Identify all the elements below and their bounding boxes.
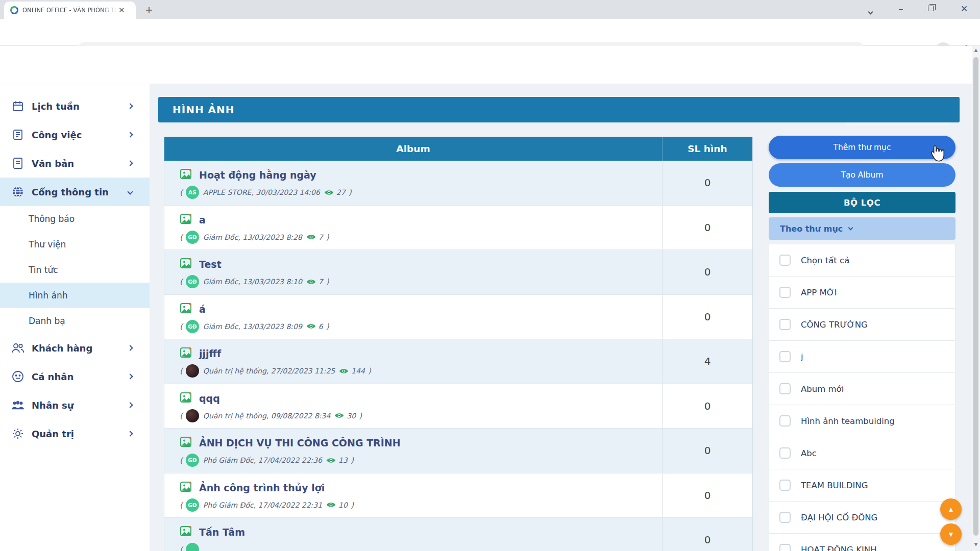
- views-eye-icon: [324, 189, 334, 196]
- filter-option[interactable]: CÔNG TRƯỜNG: [769, 309, 955, 341]
- sidebar-item-cong-thong-tin[interactable]: Cổng thông tin: [0, 178, 150, 206]
- sidebar-subitem-tin-tuc[interactable]: Tin tức: [0, 257, 150, 283]
- sidebar-item-nhan-su[interactable]: Nhân sự: [0, 391, 150, 419]
- close-button[interactable]: ✕: [958, 4, 971, 14]
- column-header-count: SL hình: [663, 137, 752, 161]
- sidebar-item-van-ban[interactable]: Văn bản: [0, 149, 150, 178]
- album-name[interactable]: a: [199, 214, 206, 226]
- filter-checkbox[interactable]: [779, 415, 791, 427]
- views-count: 10: [338, 501, 348, 509]
- chevron-down-icon: [848, 226, 853, 231]
- sidebar-item-label: Công việc: [32, 130, 82, 140]
- site-favicon-icon: [10, 6, 18, 14]
- sidebar-item-lich-tuan[interactable]: Lịch tuần: [0, 92, 150, 120]
- tasks-icon: [11, 129, 24, 141]
- image-count-cell: 0: [663, 295, 752, 339]
- add-folder-button[interactable]: Thêm thư mục: [769, 136, 955, 159]
- filter-checkbox[interactable]: [779, 351, 791, 362]
- filter-option-label: j: [801, 352, 803, 362]
- filter-checkbox[interactable]: [779, 255, 791, 266]
- table-header: Album SL hình: [164, 137, 752, 161]
- album-cell: Tấn Tâm(: [164, 518, 663, 551]
- filter-checkbox[interactable]: [779, 480, 791, 491]
- maximize-button[interactable]: [928, 6, 934, 11]
- scroll-up-icon[interactable]: ▲: [972, 47, 980, 53]
- album-name[interactable]: jjjfff: [199, 348, 221, 359]
- sidebar-subitem-hinh-anh[interactable]: Hình ảnh: [0, 283, 150, 308]
- album-image-icon: [180, 168, 192, 182]
- sidebar-item-cong-viec[interactable]: Công việc: [0, 120, 150, 149]
- album-name[interactable]: qqq: [199, 393, 220, 404]
- album-cell: jjjfff(Quản trị hệ thống, 27/02/2023 11:…: [164, 339, 663, 384]
- table-row[interactable]: Hoạt động hằng ngày(ASAPPLE STORE, 30/03…: [164, 161, 752, 206]
- gear-icon: [11, 428, 24, 440]
- filter-checkbox[interactable]: [779, 287, 791, 298]
- scrollbar-thumb[interactable]: [973, 57, 978, 536]
- filter-checkbox[interactable]: [779, 319, 791, 330]
- sidebar-subitem-danh-ba[interactable]: Danh bạ: [0, 308, 150, 334]
- filter-option[interactable]: Abc: [769, 437, 955, 469]
- page-scrollbar[interactable]: ▲ ▼: [972, 46, 980, 551]
- creator-and-date: Phó Giám Đốc, 17/04/2022 22:31: [203, 501, 322, 509]
- sidebar-item-ca-nhan[interactable]: Cá nhân: [0, 362, 150, 391]
- filter-checkbox[interactable]: [779, 447, 791, 459]
- album-name[interactable]: Test: [199, 259, 222, 270]
- scroll-top-fab[interactable]: ▲: [940, 498, 962, 520]
- album-meta: (ASAPPLE STORE, 30/03/2023 14:0627): [180, 186, 662, 199]
- album-table: Album SL hình Hoạt động hằng ngày(ASAPPL…: [164, 137, 753, 551]
- album-name[interactable]: á: [199, 304, 206, 315]
- scroll-down-icon[interactable]: ▼: [972, 542, 980, 547]
- views-count: 13: [338, 456, 348, 464]
- table-row[interactable]: jjjfff(Quản trị hệ thống, 27/02/2023 11:…: [164, 339, 752, 384]
- filter-checkbox[interactable]: [779, 383, 791, 394]
- table-row[interactable]: Test(GĐGiám Đốc, 13/03/2023 8:107)0: [164, 250, 752, 295]
- table-row[interactable]: Ảnh công trình thủy lợi(GĐPhó Giám Đốc, …: [164, 473, 752, 518]
- scroll-bottom-fab[interactable]: ▼: [940, 523, 962, 545]
- views-count: 7: [318, 233, 323, 241]
- new-tab-button[interactable]: +: [145, 4, 153, 15]
- album-image-icon: [180, 213, 192, 227]
- album-name[interactable]: Ảnh công trình thủy lợi: [199, 482, 325, 493]
- filter-option[interactable]: Chọn tất cả: [769, 244, 955, 277]
- app-header: nlinee Office ★ Tiếng Việt 19 GĐ Giám Đố…: [0, 46, 980, 84]
- table-row[interactable]: á(GĐGiám Đốc, 13/03/2023 8:096)0: [164, 295, 752, 340]
- filter-option-label: APP MỚI: [801, 288, 837, 297]
- sidebar-item-quan-tri[interactable]: Quản trị: [0, 419, 150, 448]
- filter-option[interactable]: HOẠT ĐỘNG KINH: [769, 534, 955, 551]
- filter-checkbox[interactable]: [779, 512, 791, 523]
- album-image-icon: [180, 302, 192, 316]
- sidebar-subitem-thu-vien[interactable]: Thư viện: [0, 232, 150, 257]
- table-row[interactable]: a(GĐGiám Đốc, 13/03/2023 8:287)0: [164, 206, 752, 251]
- chevron-right-icon: [127, 103, 133, 109]
- sidebar-item-khach-hang[interactable]: Khách hàng: [0, 334, 150, 362]
- filter-option-label: Hình ảnh teambuiding: [801, 416, 895, 426]
- filter-option[interactable]: ĐẠI HỘI CỔ ĐÔNG: [769, 502, 955, 534]
- filter-checkbox[interactable]: [779, 544, 791, 551]
- album-cell: qqq(Quản trị hệ thống, 09/08/2022 8:3430…: [164, 384, 663, 429]
- create-album-button[interactable]: Tạo Album: [769, 163, 955, 187]
- table-row[interactable]: qqq(Quản trị hệ thống, 09/08/2022 8:3430…: [164, 384, 752, 429]
- chevron-right-icon: [127, 345, 133, 350]
- creator-avatar: GĐ: [186, 231, 199, 244]
- filter-option[interactable]: j: [769, 341, 955, 373]
- filter-option[interactable]: TEAM BUILDING: [769, 469, 955, 502]
- sidebar-subitem-thong-bao[interactable]: Thông báo: [0, 206, 150, 232]
- minimize-button[interactable]: –: [894, 3, 908, 14]
- filter-option[interactable]: Hình ảnh teambuiding: [769, 405, 955, 437]
- album-name[interactable]: ẢNH DỊCH VỤ THI CÔNG CÔNG TRÌNH: [199, 437, 401, 448]
- filter-by-folder-dropdown[interactable]: Theo thư mục: [769, 217, 955, 240]
- browser-tab[interactable]: ONLINE OFFICE - VĂN PHÒNG TI ✕: [4, 2, 136, 19]
- filter-option-label: CÔNG TRƯỜNG: [801, 320, 868, 330]
- folder-filter-list: Chọn tất cảAPP MỚICÔNG TRƯỜNGjAbum mớiHì…: [769, 244, 955, 551]
- table-row[interactable]: Tấn Tâm(0: [164, 518, 752, 551]
- filter-option[interactable]: APP MỚI: [769, 277, 955, 309]
- tab-search-chevron-icon[interactable]: [864, 7, 877, 16]
- filter-option[interactable]: Abum mới: [769, 373, 955, 405]
- tab-close-icon[interactable]: ✕: [118, 6, 125, 15]
- album-name[interactable]: Tấn Tâm: [199, 527, 245, 538]
- table-row[interactable]: ẢNH DỊCH VỤ THI CÔNG CÔNG TRÌNH(GĐPhó Gi…: [164, 429, 752, 473]
- album-meta: (Quản trị hệ thống, 27/02/2023 11:25144): [180, 364, 662, 378]
- creator-and-date: Giám Đốc, 13/03/2023 8:10: [203, 278, 302, 286]
- album-name[interactable]: Hoạt động hằng ngày: [199, 169, 316, 181]
- creator-avatar: GĐ: [186, 275, 199, 288]
